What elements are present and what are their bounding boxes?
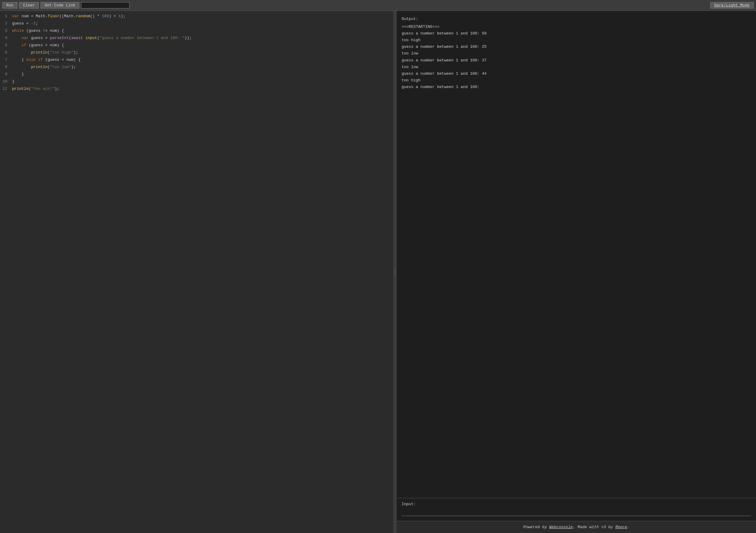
line-number: 11 [0, 86, 12, 92]
line-content: var guess = parseInt(await input("guess … [12, 35, 393, 41]
get-code-link-button[interactable]: Get Code Link [40, 2, 79, 9]
code-line: 11println("You win!"); [0, 86, 393, 93]
output-line: guess a number between 1 and 100: 44 [402, 70, 751, 77]
line-content: } [12, 79, 393, 85]
run-button[interactable]: Run [2, 2, 17, 9]
powered-by-text: Powered by [523, 525, 549, 529]
line-number: 2 [0, 21, 12, 27]
code-line: 4 var guess = parseInt(await input("gues… [0, 35, 393, 42]
code-line: 10} [0, 79, 393, 86]
code-line: 6 println("too high"); [0, 50, 393, 57]
toolbar: Run Clear Get Code Link Dark/Light Mode [0, 0, 756, 11]
code-line: 8 println("too low"); [0, 64, 393, 71]
line-content: println("too high"); [12, 50, 393, 56]
output-lines: guess a number between 1 and 100: 50too … [402, 30, 751, 90]
line-number: 1 [0, 13, 12, 20]
output-line: too low [402, 64, 751, 70]
code-line: 2guess = -1; [0, 21, 393, 28]
output-line: too low [402, 50, 751, 57]
line-number: 5 [0, 42, 12, 49]
clear-button[interactable]: Clear [19, 2, 39, 9]
line-number: 4 [0, 35, 12, 41]
right-panel: Output: ===RESTARTING=== guess a number … [397, 11, 756, 533]
line-content: println("too low"); [12, 64, 393, 70]
line-number: 6 [0, 50, 12, 56]
line-number: 3 [0, 28, 12, 34]
line-number: 9 [0, 71, 12, 78]
dark-light-mode-button[interactable]: Dark/Light Mode [710, 2, 754, 9]
line-number: 10 [0, 79, 12, 85]
line-content: } [12, 71, 393, 78]
line-content: if (guess > num) { [12, 42, 393, 49]
footer-middle-text: . Made with <3 by [573, 525, 615, 529]
output-line: guess a number between 1 and 100: 37 [402, 57, 751, 64]
code-line: 5 if (guess > num) { [0, 42, 393, 50]
resize-divider[interactable] [393, 11, 397, 533]
code-editor[interactable]: 1var num = Math.floor((Math.random() * 1… [0, 11, 393, 533]
line-number: 8 [0, 64, 12, 70]
code-line: 1var num = Math.floor((Math.random() * 1… [0, 13, 393, 21]
code-line: 9 } [0, 71, 393, 79]
line-content: guess = -1; [12, 21, 393, 27]
console-input[interactable] [402, 509, 751, 516]
input-section: Input: [397, 498, 756, 521]
footer-end-text: . [627, 525, 630, 529]
line-content: while (guess != num) { [12, 28, 393, 34]
main-area: 1var num = Math.floor((Math.random() * 1… [0, 11, 756, 533]
output-line: too high [402, 77, 751, 84]
output-line: too high [402, 37, 751, 43]
input-label: Input: [402, 502, 751, 506]
restarting-line: ===RESTARTING=== [402, 24, 751, 30]
line-number: 7 [0, 57, 12, 63]
code-line: 7 } else if (guess < num) { [0, 57, 393, 64]
line-content: println("You win!"); [12, 86, 393, 92]
webconsole-link[interactable]: Webconsole [549, 525, 573, 529]
line-content: var num = Math.floor((Math.random() * 10… [12, 13, 393, 20]
output-line: guess a number between 1 and 100: [402, 84, 751, 90]
output-line: guess a number between 1 and 100: 50 [402, 30, 751, 37]
output-label: Output: [402, 16, 751, 22]
reece-link[interactable]: Reece [615, 525, 627, 529]
footer: Powered by Webconsole. Made with <3 by R… [397, 521, 756, 533]
output-area: Output: ===RESTARTING=== guess a number … [397, 11, 756, 498]
line-content: } else if (guess < num) { [12, 57, 393, 63]
output-line: guess a number between 1 and 100: 25 [402, 43, 751, 50]
url-input[interactable] [81, 2, 129, 9]
code-line: 3while (guess != num) { [0, 28, 393, 35]
